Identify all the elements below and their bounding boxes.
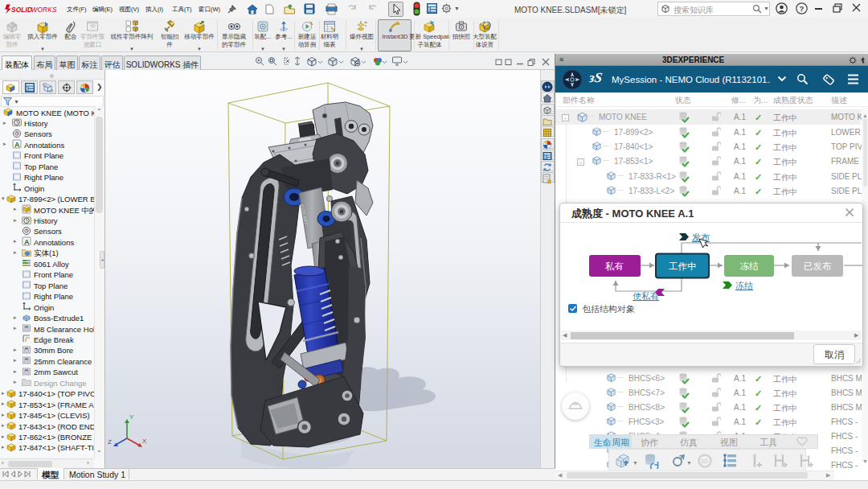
svg-text:工作中: 工作中 — [669, 261, 697, 271]
svg-text:SOLID: SOLID — [11, 6, 32, 14]
svg-text:3D: 3D — [701, 458, 708, 464]
svg-text:已发布: 已发布 — [804, 261, 832, 271]
svg-text:使私有: 使私有 — [633, 291, 659, 301]
svg-text:冻结: 冻结 — [740, 261, 759, 271]
svg-text:Y: Y — [129, 413, 134, 421]
svg-text:Z: Z — [108, 438, 112, 446]
svg-text:?: ? — [800, 4, 805, 13]
svg-text:包括结构对象: 包括结构对象 — [582, 304, 635, 314]
svg-text:A: A — [14, 141, 20, 149]
svg-text:X: X — [142, 438, 147, 445]
svg-text:WORKS: WORKS — [31, 6, 57, 14]
svg-text:冻结: 冻结 — [735, 281, 753, 290]
svg-text:A: A — [24, 238, 30, 246]
svg-text:私有: 私有 — [605, 261, 624, 271]
